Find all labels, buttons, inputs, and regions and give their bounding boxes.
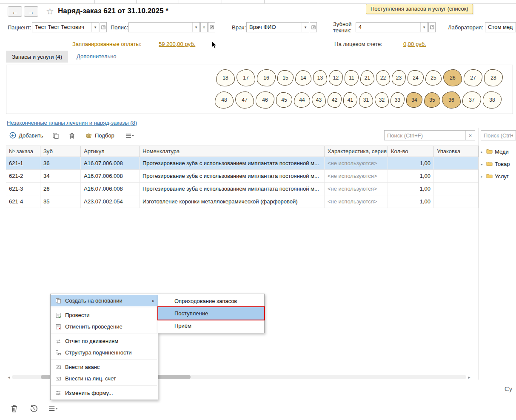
tooth-38[interactable]: 38 [483,91,502,109]
chevron-right-icon[interactable]: ▸ [481,162,484,166]
tooth-24[interactable]: 24 [408,70,424,86]
table-row[interactable]: 621-234А16.07.006.008Протезирование зуба… [6,170,479,183]
policy-open-button[interactable] [208,22,215,32]
technician-open-button[interactable] [428,22,436,32]
back-button[interactable]: ← [8,6,22,17]
tooth-42[interactable]: 42 [328,92,342,108]
tooth-44[interactable]: 44 [294,92,310,108]
tooth-46[interactable]: 46 [256,91,274,109]
footer-menu-button[interactable] [48,403,59,414]
patient-open-button[interactable] [100,22,107,32]
tooth-34[interactable]: 34 [406,92,422,108]
column-header[interactable]: № заказа [6,146,40,157]
tooth-18[interactable]: 18 [216,69,235,86]
table-row[interactable]: 621-136А16.07.006.008Протезирование зуба… [6,157,479,170]
tooth-11[interactable]: 11 [345,70,359,86]
tooth-22[interactable]: 22 [376,70,390,86]
chevron-right-icon[interactable]: ▸ [481,150,484,154]
column-header[interactable]: Артикул [81,146,140,157]
tooth-45[interactable]: 45 [276,92,292,108]
menu-item[interactable]: Отчет по движениям [51,335,158,347]
scroll-left-icon[interactable]: ◂ [6,375,12,380]
tooth-12[interactable]: 12 [329,70,343,86]
tree-folder[interactable]: ▸Меди [481,146,516,158]
tooth-43[interactable]: 43 [312,92,326,108]
tooth-16[interactable]: 16 [257,69,276,86]
tab-inventory-services[interactable]: Запасы и услуги (4) [6,51,68,63]
tooth-35[interactable]: 35 [424,92,440,108]
menu-item[interactable]: Внести аванс [51,361,158,373]
tooth-37[interactable]: 37 [462,91,481,109]
dropdown-icon[interactable]: ▾ [420,23,428,32]
forward-arrow-icon: → [28,8,34,15]
menu-item[interactable]: Создать на основании▸ [51,295,158,306]
policy-clear-button[interactable]: × [200,22,208,32]
technician-combo[interactable]: 4 ▾ [356,22,428,32]
tooth-26[interactable]: 26 [443,69,462,86]
tooth-13[interactable]: 13 [313,70,327,86]
window-tab-strip[interactable] [0,0,516,4]
pick-button[interactable]: Подбор [83,130,116,141]
tooth-27[interactable]: 27 [464,69,482,86]
column-header[interactable]: Зуб [40,146,81,157]
menu-item[interactable]: Структура подчиненности [51,347,158,358]
lab-combo[interactable]: Стом мед [485,22,516,32]
cash-icon [55,364,61,370]
dropdown-icon[interactable]: ▾ [192,23,200,32]
dropdown-icon[interactable]: ▾ [91,23,99,32]
tooth-23[interactable]: 23 [392,70,406,86]
tooth-33[interactable]: 33 [391,92,405,108]
column-header[interactable]: Упаковка [434,146,479,157]
delete-button[interactable] [66,131,77,141]
column-header[interactable]: Номенклатура [140,146,325,157]
tooth-41[interactable]: 41 [343,92,357,108]
chevron-right-icon[interactable]: ▸ [481,174,484,179]
unfinished-plans-link[interactable]: Незаконченные планы лечения и наряд-зака… [7,120,137,126]
column-header[interactable]: Характеристика, серия [325,146,388,157]
sidebar-search-input[interactable] [481,131,516,140]
tooth-48[interactable]: 48 [215,91,234,109]
menu-item[interactable]: Провести [51,309,158,321]
add-button[interactable]: Добавить [8,130,45,141]
tree-folder[interactable]: ▸Товар [481,158,516,170]
tooth-25[interactable]: 25 [425,70,442,86]
personal-account-link[interactable]: 0,00 руб. [403,41,426,47]
forward-button[interactable]: → [24,6,38,17]
footer-delete-button[interactable] [9,403,20,414]
menu-separator [51,334,157,334]
search-input[interactable] [385,131,465,140]
search-clear-button[interactable]: × [465,131,475,140]
submenu-item[interactable]: Поступление [158,307,264,320]
doctor-combo[interactable]: Врач ФИО ▾ [246,22,309,32]
tooth-28[interactable]: 28 [484,69,503,86]
tooth-17[interactable]: 17 [237,69,255,86]
planned-payments-link[interactable]: 59 200,00 руб. [159,41,195,47]
menu-item[interactable]: Изменить форму... [51,387,158,399]
table-row[interactable]: 621-326А16.07.006.008Протезирование зуба… [6,183,479,195]
doctor-open-button[interactable] [310,22,317,32]
column-header[interactable]: Кол-во [388,146,434,157]
tooth-14[interactable]: 14 [295,70,311,86]
copy-button[interactable] [50,131,61,141]
dropdown-icon[interactable]: ▾ [302,23,309,32]
tooth-31[interactable]: 31 [359,92,373,108]
tree-folder[interactable]: ▸Услуг [481,170,516,183]
submenu-item[interactable]: Приём [158,320,264,332]
tab-additional[interactable]: Дополнительно [77,53,117,60]
patient-combo[interactable]: Тест Тест Тестович ▾ [32,22,99,32]
menu-item[interactable]: Отменить проведение [51,321,158,332]
footer-history-button[interactable] [28,403,39,414]
table-row[interactable]: 621-435А23.07.002.054Изготовление коронк… [6,195,479,208]
tooth-47[interactable]: 47 [235,91,254,109]
tooth-21[interactable]: 21 [360,70,374,86]
tooth-15[interactable]: 15 [277,70,294,86]
tooth-36[interactable]: 36 [442,91,461,109]
favorite-star-icon[interactable]: ☆ [46,6,54,17]
table-body: 621-136А16.07.006.008Протезирование зуба… [6,157,479,208]
more-actions-button[interactable] [124,131,135,141]
policy-combo[interactable]: ▾ [128,22,200,32]
submenu-item[interactable]: Оприходование запасов [158,295,264,307]
menu-item[interactable]: Внести на лиц. счет [51,373,158,384]
tooth-32[interactable]: 32 [375,92,389,108]
scroll-right-icon[interactable]: ▸ [466,375,472,380]
